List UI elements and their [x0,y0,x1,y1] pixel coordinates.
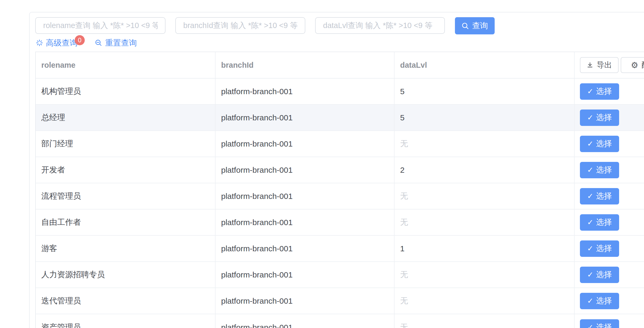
cell-action: ✓ 选择 [575,105,644,130]
check-icon: ✓ [587,297,593,305]
select-button[interactable]: ✓ 选择 [580,293,619,309]
check-icon: ✓ [587,219,593,226]
column-header-branchid: branchId [216,52,395,78]
table-row: 游客 platform-branch-001 1 ✓ 选择 [36,236,644,262]
datalvl-filter-input[interactable] [315,17,445,34]
table-row: 总经理 platform-branch-001 5 ✓ 选择 [36,105,644,131]
select-button-label: 选择 [596,322,612,328]
download-icon [587,62,593,69]
cell-branchid: platform-branch-001 [216,183,395,209]
check-icon: ✓ [587,88,593,95]
cell-branchid: platform-branch-001 [216,79,395,104]
cell-action: ✓ 选择 [575,236,644,261]
select-button[interactable]: ✓ 选择 [580,162,619,178]
advanced-query-label: 高级查询 [46,38,78,48]
cell-rolename: 资产管理员 [36,314,216,328]
table-body: 机构管理员 platform-branch-001 5 ✓ 选择 总经理 pla… [36,79,644,328]
cell-rolename: 开发者 [36,157,216,183]
table-row: 流程管理员 platform-branch-001 无 ✓ 选择 [36,183,644,209]
cell-datalvl: 无 [395,131,575,157]
select-button-label: 选择 [596,217,612,228]
select-button-label: 选择 [596,165,612,175]
select-button[interactable]: ✓ 选择 [580,110,619,126]
cell-action: ✓ 选择 [575,157,644,183]
cell-branchid: platform-branch-001 [216,262,395,288]
rolename-filter-input[interactable] [35,17,166,34]
table-row: 机构管理员 platform-branch-001 5 ✓ 选择 [36,79,644,105]
cell-rolename: 迭代管理员 [36,288,216,314]
export-button-label: 导出 [597,60,612,70]
column-header-rolename: rolename [36,52,216,78]
select-button-label: 选择 [596,112,612,123]
config-button-label: 配置 [641,60,644,70]
cell-rolename: 人力资源招聘专员 [36,262,216,288]
select-button[interactable]: ✓ 选择 [580,136,619,152]
cell-rolename: 机构管理员 [36,79,216,104]
branchid-filter-input[interactable] [175,17,305,34]
select-button-label: 选择 [596,191,612,202]
select-button-label: 选择 [596,243,612,254]
config-button[interactable]: ⚙ 配置 [621,57,644,73]
check-icon: ✓ [587,114,593,121]
cell-datalvl: 无 [395,209,575,235]
check-icon: ✓ [587,245,593,252]
advanced-query-badge: 0 [75,35,85,45]
check-icon: ✓ [587,324,593,328]
table-row: 开发者 platform-branch-001 2 ✓ 选择 [36,157,644,183]
table-row: 自由工作者 platform-branch-001 无 ✓ 选择 [36,209,644,236]
cell-action: ✓ 选择 [575,262,644,288]
select-button[interactable]: ✓ 选择 [580,267,619,283]
search-icon [462,22,469,30]
cell-datalvl: 无 [395,183,575,209]
cell-branchid: platform-branch-001 [216,157,395,183]
table-row: 迭代管理员 platform-branch-001 无 ✓ 选择 [36,288,644,314]
cell-branchid: platform-branch-001 [216,131,395,157]
cell-branchid: platform-branch-001 [216,314,395,328]
select-button[interactable]: ✓ 选择 [580,319,619,328]
check-icon: ✓ [587,271,593,279]
cell-action: ✓ 选择 [575,288,644,314]
cell-datalvl: 5 [395,79,575,104]
cell-rolename: 游客 [36,236,216,261]
cell-action: ✓ 选择 [575,314,644,328]
cell-branchid: platform-branch-001 [216,105,395,130]
cell-action: ✓ 选择 [575,183,644,209]
table-header-row: rolename branchId dataLvl 导出 ⚙ [36,52,644,79]
cell-branchid: platform-branch-001 [216,236,395,261]
table-row: 部门经理 platform-branch-001 无 ✓ 选择 [36,131,644,157]
reset-query-label: 重置查询 [105,38,137,48]
column-header-datalvl: dataLvl [395,52,575,78]
select-button-label: 选择 [596,295,612,306]
cell-rolename: 自由工作者 [36,209,216,235]
advanced-query-link[interactable]: 高级查询 [36,38,78,48]
search-button[interactable]: 查询 [455,17,495,34]
cell-rolename: 总经理 [36,105,216,130]
select-button[interactable]: ✓ 选择 [580,83,619,100]
cell-action: ✓ 选择 [575,79,644,104]
table-row: 资产管理员 platform-branch-001 无 ✓ 选择 [36,314,644,328]
burst-icon [36,39,43,46]
cell-datalvl: 1 [395,236,575,261]
cell-action: ✓ 选择 [575,209,644,235]
cell-action: ✓ 选择 [575,131,644,157]
select-button-label: 选择 [596,269,612,280]
roles-table: rolename branchId dataLvl 导出 ⚙ [35,52,644,328]
search-button-label: 查询 [472,20,488,31]
export-button[interactable]: 导出 [580,57,619,73]
check-icon: ✓ [587,140,593,148]
cell-rolename: 部门经理 [36,131,216,157]
check-icon: ✓ [587,193,593,200]
reset-query-link[interactable]: 重置查询 [95,38,137,48]
select-button-label: 选择 [596,138,612,149]
select-button-label: 选择 [596,86,612,97]
select-button[interactable]: ✓ 选择 [580,188,619,204]
cell-datalvl: 5 [395,105,575,130]
cell-rolename: 流程管理员 [36,183,216,209]
select-button[interactable]: ✓ 选择 [580,214,619,231]
cell-datalvl: 无 [395,288,575,314]
cell-datalvl: 无 [395,262,575,288]
cell-datalvl: 2 [395,157,575,183]
gear-icon: ⚙ [631,61,638,69]
cell-branchid: platform-branch-001 [216,288,395,314]
select-button[interactable]: ✓ 选择 [580,240,619,257]
